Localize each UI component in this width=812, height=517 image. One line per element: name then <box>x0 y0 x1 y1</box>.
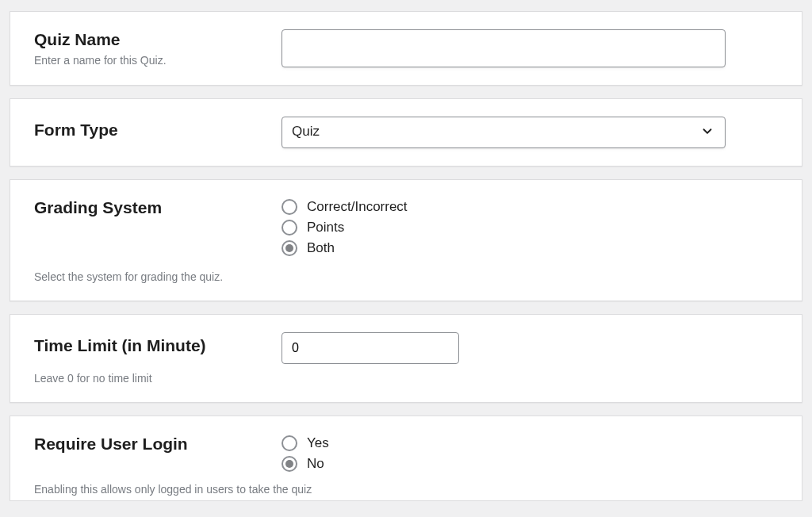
grading-system-radio-group: Correct/Incorrect Points Both <box>282 197 778 256</box>
quiz-name-panel: Quiz Name Enter a name for this Quiz. <box>10 11 802 86</box>
grading-option-label: Both <box>307 240 335 256</box>
form-type-panel: Form Type Quiz <box>10 98 802 167</box>
require-login-panel: Require User Login Yes No Enabling this … <box>10 416 802 501</box>
form-type-label: Form Type <box>34 120 266 140</box>
radio-icon <box>282 240 297 256</box>
grading-option-label: Correct/Incorrect <box>307 199 408 215</box>
time-limit-panel: Time Limit (in Minute) Leave 0 for no ti… <box>10 314 802 403</box>
radio-icon <box>282 199 297 215</box>
require-login-radio-group: Yes No <box>282 434 778 472</box>
quiz-name-help: Enter a name for this Quiz. <box>34 54 266 67</box>
require-login-option-no[interactable]: No <box>282 456 778 472</box>
radio-icon <box>282 456 297 472</box>
radio-icon <box>282 435 297 451</box>
time-limit-input[interactable] <box>282 332 459 364</box>
grading-system-help: Select the system for grading the quiz. <box>34 270 778 283</box>
form-type-selected: Quiz <box>282 117 726 148</box>
grading-option-label: Points <box>307 220 344 236</box>
form-type-select[interactable]: Quiz <box>282 117 726 148</box>
require-login-option-label: No <box>307 456 324 472</box>
grading-system-label: Grading System <box>34 197 266 217</box>
grading-option-both[interactable]: Both <box>282 240 778 256</box>
quiz-name-input[interactable] <box>282 29 726 67</box>
radio-icon <box>282 220 297 236</box>
require-login-option-label: Yes <box>307 435 329 451</box>
require-login-label: Require User Login <box>34 434 266 454</box>
require-login-option-yes[interactable]: Yes <box>282 435 778 451</box>
grading-option-correct-incorrect[interactable]: Correct/Incorrect <box>282 199 778 215</box>
quiz-name-label: Quiz Name <box>34 29 266 49</box>
grading-system-panel: Grading System Correct/Incorrect Points … <box>10 179 802 301</box>
grading-option-points[interactable]: Points <box>282 220 778 236</box>
time-limit-help: Leave 0 for no time limit <box>34 372 778 385</box>
quiz-settings-page: Quiz Name Enter a name for this Quiz. Fo… <box>0 0 812 501</box>
require-login-help: Enabling this allows only logged in user… <box>34 483 778 496</box>
time-limit-label: Time Limit (in Minute) <box>34 335 266 355</box>
